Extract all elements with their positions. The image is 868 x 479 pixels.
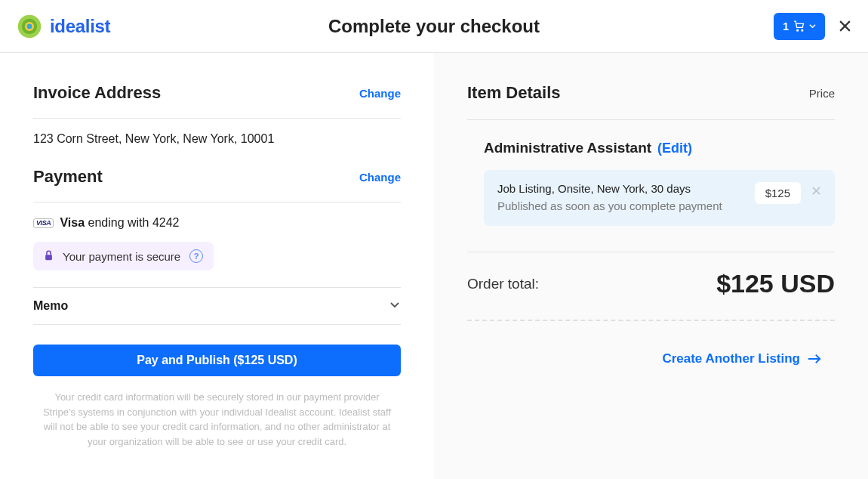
chevron-down-icon	[809, 23, 816, 29]
svg-point-5	[802, 29, 803, 31]
svg-point-4	[797, 29, 799, 31]
remove-item-button[interactable]	[811, 182, 821, 199]
secure-payment-pill: Your payment is secure ?	[33, 242, 214, 270]
lock-icon	[44, 250, 54, 263]
svg-rect-6	[45, 255, 52, 260]
create-another-label: Create Another Listing	[662, 351, 800, 366]
payment-method: VISA Visa ending with 4242	[33, 216, 401, 230]
pay-publish-button[interactable]: Pay and Publish ($125 USD)	[33, 345, 401, 376]
right-panel: Item Details Price Administrative Assist…	[434, 53, 868, 479]
header: idealist Complete your checkout 1	[0, 0, 868, 53]
close-icon	[839, 20, 851, 32]
divider	[467, 252, 835, 252]
secure-text: Your payment is secure	[63, 250, 180, 263]
invoice-address-title: Invoice Address	[33, 83, 161, 103]
logo-icon	[17, 14, 42, 39]
left-panel: Invoice Address Change 123 Corn Street, …	[0, 53, 434, 479]
card-brand: Visa	[60, 216, 85, 229]
chevron-down-icon	[389, 298, 401, 314]
order-total-amount: $125 USD	[716, 269, 835, 298]
visa-badge-icon: VISA	[33, 218, 54, 228]
close-icon	[811, 186, 821, 196]
change-payment-link[interactable]: Change	[359, 171, 401, 184]
invoice-address: 123 Corn Street, New York, New York, 100…	[33, 132, 401, 146]
info-icon[interactable]: ?	[189, 249, 203, 263]
dashed-divider	[467, 320, 835, 321]
item-note: Published as soon as you complete paymen…	[497, 198, 744, 214]
content: Invoice Address Change 123 Corn Street, …	[0, 53, 868, 479]
change-address-link[interactable]: Change	[359, 87, 401, 100]
card-ending: ending with 4242	[88, 216, 179, 229]
edit-item-link[interactable]: (Edit)	[657, 141, 692, 156]
price-column-label: Price	[809, 87, 835, 100]
memo-label: Memo	[33, 299, 68, 313]
cart-count: 1	[783, 20, 789, 32]
order-total-row: Order total: $125 USD	[467, 269, 835, 298]
item-meta: Job Listing, Onsite, New York, 30 days	[497, 182, 744, 195]
header-actions: 1	[774, 13, 851, 40]
svg-point-3	[27, 23, 32, 29]
arrow-right-icon	[808, 354, 821, 364]
create-another-listing-link[interactable]: Create Another Listing	[467, 351, 835, 366]
item-price: $125	[755, 182, 801, 204]
order-total-label: Order total:	[467, 276, 539, 292]
divider	[467, 119, 835, 120]
payment-title: Payment	[33, 167, 103, 187]
divider	[33, 202, 401, 202]
page-title: Complete your checkout	[328, 16, 540, 37]
item-title-row: Administrative Assistant (Edit)	[467, 140, 835, 156]
disclaimer-text: Your credit card information will be sec…	[33, 390, 401, 449]
cart-button[interactable]: 1	[774, 13, 825, 40]
item-name: Administrative Assistant	[484, 140, 651, 156]
close-button[interactable]	[839, 20, 851, 32]
item-details-title: Item Details	[467, 83, 561, 103]
memo-toggle[interactable]: Memo	[33, 287, 401, 325]
item-card: Job Listing, Onsite, New York, 30 days P…	[484, 170, 835, 226]
divider	[33, 118, 401, 119]
logo-text: idealist	[50, 16, 110, 37]
logo[interactable]: idealist	[17, 14, 110, 39]
cart-icon	[793, 20, 805, 32]
